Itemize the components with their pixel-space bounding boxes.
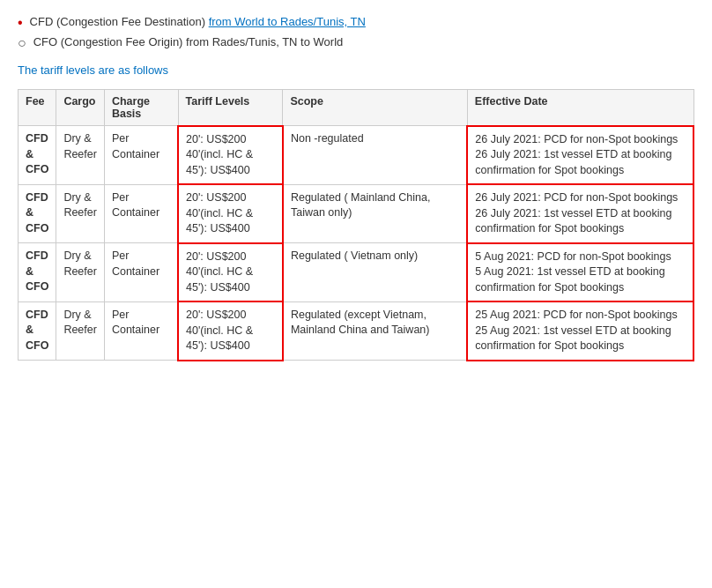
- cell-tariff-levels: 20': US$20040'(incl. HC & 45'): US$400: [178, 243, 283, 302]
- tariff-table: Fee Cargo ChargeBasis Tariff Levels Scop…: [18, 89, 694, 361]
- cell-charge-basis: Per Container: [104, 243, 178, 302]
- col-header-tariff-levels: Tariff Levels: [178, 90, 283, 126]
- bullet-item-cfo: ○ CFO (Congestion Fee Origin) from Rades…: [18, 34, 694, 51]
- cell-cargo: Dry &Reefer: [56, 184, 105, 243]
- col-header-fee: Fee: [19, 90, 56, 126]
- table-row: CFD&CFODry &ReeferPer Container20': US$2…: [19, 184, 694, 243]
- cell-effective-date: 5 Aug 2021: PCD for non-Spot bookings5 A…: [467, 243, 693, 302]
- col-header-scope: Scope: [283, 90, 467, 126]
- bullet-list: • CFD (Congestion Fee Destination) from …: [18, 14, 694, 51]
- bullet-text-cfo: CFO (Congestion Fee Origin) from Rades/T…: [33, 34, 344, 50]
- cell-charge-basis: Per Container: [104, 126, 178, 185]
- bullet-item-cfd: • CFD (Congestion Fee Destination) from …: [18, 14, 694, 31]
- cell-tariff-levels: 20': US$20040'(incl. HC & 45'): US$400: [178, 184, 283, 243]
- cell-scope: Regulated ( Vietnam only): [283, 243, 467, 302]
- cell-cargo: Dry &Reefer: [56, 126, 105, 185]
- bullet-text-cfd: CFD (Congestion Fee Destination) from Wo…: [30, 14, 366, 30]
- table-row: CFD&CFODry &ReeferPer Container20': US$2…: [19, 126, 694, 185]
- cell-cargo: Dry &Reefer: [56, 243, 105, 302]
- cell-charge-basis: Per Container: [104, 301, 178, 361]
- cell-fee: CFD&CFO: [19, 243, 56, 302]
- cell-tariff-levels: 20': US$20040'(incl. HC & 45'): US$400: [178, 301, 283, 361]
- bullet-dot-open: ○: [18, 34, 26, 51]
- table-row: CFD&CFODry &ReeferPer Container20': US$2…: [19, 301, 694, 361]
- col-header-effective-date: Effective Date: [467, 90, 693, 126]
- table-row: CFD&CFODry &ReeferPer Container20': US$2…: [19, 243, 694, 302]
- cell-effective-date: 26 July 2021: PCD for non-Spot bookings2…: [467, 126, 693, 185]
- cell-scope: Regulated (except Vietnam, Mainland Chin…: [283, 301, 467, 361]
- cell-fee: CFD&CFO: [19, 126, 56, 185]
- col-header-charge-basis: ChargeBasis: [104, 90, 178, 126]
- tariff-intro: The tariff levels are as follows: [18, 63, 694, 77]
- link-cfd[interactable]: from World to Rades/Tunis, TN: [209, 15, 366, 28]
- cell-tariff-levels: 20': US$20040'(incl. HC & 45'): US$400: [178, 126, 283, 185]
- cell-scope: Non -regulated: [283, 126, 467, 185]
- col-header-cargo: Cargo: [56, 90, 105, 126]
- cell-charge-basis: Per Container: [104, 184, 178, 243]
- bullet-dot-filled: •: [18, 14, 23, 31]
- cell-scope: Regulated ( Mainland China, Taiwan only): [283, 184, 467, 243]
- cell-effective-date: 26 July 2021: PCD for non-Spot bookings2…: [467, 184, 693, 243]
- cell-effective-date: 25 Aug 2021: PCD for non-Spot bookings25…: [467, 301, 693, 361]
- cell-fee: CFD&CFO: [19, 301, 56, 361]
- table-header-row: Fee Cargo ChargeBasis Tariff Levels Scop…: [19, 90, 694, 126]
- cell-cargo: Dry &Reefer: [56, 301, 105, 361]
- cell-fee: CFD&CFO: [19, 184, 56, 243]
